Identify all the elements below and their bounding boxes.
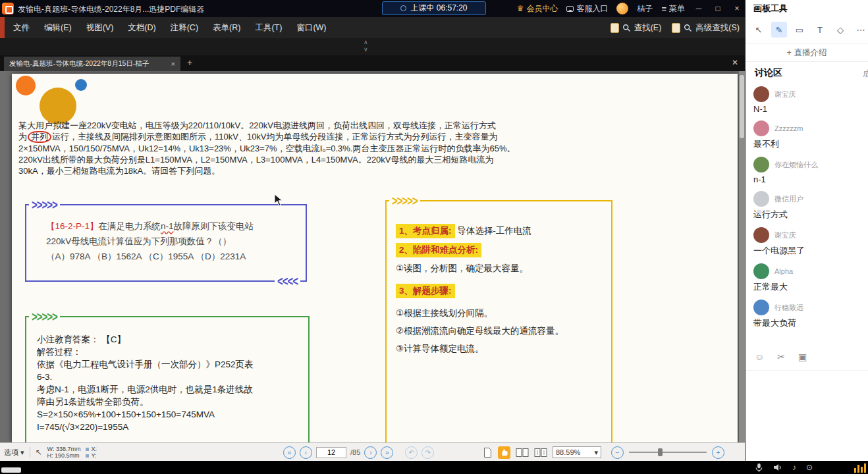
statusbar: 选项 ▾ ↖ W: 338.7mm H: 190.5mm X: Y: « ‹ / <box>0 442 745 461</box>
scissors-icon[interactable]: ✂ <box>777 352 785 362</box>
menu-tools[interactable]: 工具(T) <box>248 17 289 38</box>
last-page-button[interactable]: » <box>381 446 393 459</box>
avatar <box>753 120 769 136</box>
minimize-button[interactable]: ─ <box>693 4 704 13</box>
page-navigation: « ‹ /85 › » ↶ ↷ <box>283 443 434 461</box>
zoom-in-button[interactable]: + <box>712 446 724 459</box>
zoom-controls: − + <box>611 443 724 461</box>
user-avatar[interactable] <box>616 3 628 14</box>
intro-line-2-rest: 运行，主接线及间隔排列示意图如图所示，110kV、10kV均为单母线分段连接，正… <box>52 132 498 142</box>
tab-close-icon[interactable]: × <box>171 60 175 68</box>
pen-icon[interactable]: ✎ <box>771 22 787 38</box>
annotation-orange-dot <box>16 76 36 95</box>
answer-line-3: 依据《电力工程电气设计手册（一次部分）》P252页表 <box>37 358 302 371</box>
image-icon[interactable]: ▣ <box>798 352 807 362</box>
tab-members[interactable]: 成 <box>863 68 868 80</box>
pdf-editor-window: 发输电-真题班-导体电缆-2022年8月...迅捷PDF编辑器 上课中 06:5… <box>0 0 745 474</box>
cursor-position-readout: X: Y: <box>86 446 97 459</box>
zoom-slider[interactable] <box>629 452 707 453</box>
find-button[interactable]: 查找(E) <box>610 22 662 34</box>
close-button[interactable]: × <box>732 4 742 13</box>
prev-page-button[interactable]: ‹ <box>300 446 312 459</box>
menu-window[interactable]: 窗口(W) <box>289 17 333 38</box>
y-label: Y: <box>91 452 96 459</box>
page-number-input[interactable] <box>316 447 346 458</box>
scrollbar-thumb[interactable] <box>740 75 744 138</box>
drawing-tools-header: 画板工具 <box>746 0 868 17</box>
select-cursor-icon[interactable]: ↖ <box>751 22 767 38</box>
live-panel: 画板工具 ↖ ✎ ▭ T ◇ ⋯ + 直播介绍 讨论区 成 谢宝庆 N-1 <box>745 0 868 461</box>
document-tab[interactable]: 发输电-真题班-导体电缆-2022年8月15日-桔子 × <box>4 57 180 71</box>
options-dropdown[interactable]: 选项 ▾ <box>4 448 24 458</box>
menu-file[interactable]: 文件 <box>6 17 37 38</box>
customer-service-link[interactable]: 客服入口 <box>566 3 608 14</box>
app-menu-button[interactable]: ≡ 菜单 <box>661 3 685 14</box>
bottom-strip: ♪ ⊙ <box>0 461 868 474</box>
microphone-icon[interactable] <box>755 463 763 473</box>
intro-line-5: 30kA，最小三相短路电流为18kA。请回答下列问题。 <box>18 165 697 176</box>
tab-discussion[interactable]: 讨论区 <box>755 67 782 79</box>
magnifier-icon <box>684 24 692 32</box>
chat-user-name: 行稳致远 <box>774 303 803 313</box>
panel-tabs: 讨论区 成 <box>746 63 868 83</box>
question-box: >>>>> <<<< 【16-2-P-1】在满足电力系统n-1故障原则下该变电站… <box>25 204 307 282</box>
chat-user-name: Zzzzzzm <box>774 124 803 132</box>
record-icon[interactable]: ⊙ <box>806 463 813 472</box>
eraser-icon[interactable]: ◇ <box>832 22 848 38</box>
answer-options: （A）978A （B）1562A （C）1955A （D）2231A <box>46 249 299 264</box>
document-area: 某大用户拟建一座220kV变电站，电压等级为220/110/10kV。220kV… <box>0 71 745 442</box>
emoji-icon[interactable]: ☺ <box>755 352 764 362</box>
analysis-heading-3: 3、解题步骤: <box>396 284 603 298</box>
analysis-heading-2: 2、陷阱和难点分析: <box>396 243 603 257</box>
more-tools-icon[interactable]: ⋯ <box>853 22 868 38</box>
chat-input-area[interactable] <box>746 370 868 461</box>
next-page-button[interactable]: › <box>364 446 377 459</box>
new-tab-button[interactable]: + <box>187 57 192 68</box>
shape-rectangle-icon[interactable]: ▭ <box>792 22 807 38</box>
titlebar: 发输电-真题班-导体电缆-2022年8月...迅捷PDF编辑器 上课中 06:5… <box>0 0 745 17</box>
zoom-slider-thumb[interactable] <box>658 448 663 456</box>
x-label: X: <box>91 446 97 452</box>
speaker-icon[interactable] <box>773 463 782 471</box>
collapse-toolbar-button[interactable]: ∧∨ <box>364 39 368 53</box>
music-icon[interactable]: ♪ <box>792 463 796 472</box>
two-page-view-icon[interactable] <box>516 448 529 458</box>
chat-message-text: 带最大负荷 <box>753 317 860 329</box>
axis-x-icon <box>86 448 89 451</box>
menu-form[interactable]: 表单(R) <box>205 17 248 38</box>
member-center-link[interactable]: ♛ 会员中心 <box>517 3 558 14</box>
tabbar-close-button[interactable]: ✕ <box>732 58 738 67</box>
question-line-1: 【16-2-P-1】在满足电力系统n-1故障原则下该变电站 <box>46 219 299 234</box>
pointer-icon: ↖ <box>36 448 42 457</box>
highlight-label: 2、陷阱和难点分析: <box>396 243 481 257</box>
chevron-decoration-icon: >>>>> <box>29 198 60 211</box>
menu-view[interactable]: 视图(V) <box>79 17 121 38</box>
redo-view-button[interactable]: ↷ <box>421 446 434 459</box>
menubar: 文件 编辑(E) 视图(V) 文档(D) 注释(C) 表单(R) 工具(T) 窗… <box>0 17 745 38</box>
question-tag: 【16-2-P-1】 <box>46 221 99 231</box>
advanced-find-label: 高级查找(S) <box>695 22 740 34</box>
menu-comment[interactable]: 注释(C) <box>163 17 205 38</box>
continuous-view-icon[interactable] <box>534 448 547 458</box>
magnifier-icon <box>622 24 631 32</box>
advanced-find-button[interactable]: 高级查找(S) <box>672 22 740 34</box>
hand-tool-button[interactable] <box>498 446 510 459</box>
app-menu-label: 菜单 <box>669 3 685 14</box>
menu-document[interactable]: 文档(D) <box>121 17 163 38</box>
chat-message: 你在烦恼什么 n-1 <box>746 156 868 184</box>
zoom-out-button[interactable]: − <box>611 446 624 459</box>
answer-line-1: 小注教育答案： 【C】 <box>37 333 302 346</box>
zoom-select[interactable]: 88.59% ▾ <box>553 446 601 458</box>
single-page-view-icon[interactable] <box>483 447 493 458</box>
maximize-button[interactable]: □ <box>713 4 723 13</box>
menu-edit[interactable]: 编辑(E) <box>37 17 79 38</box>
page-size-readout: W: 338.7mm H: 190.5mm <box>47 446 81 459</box>
vertical-scrollbar[interactable] <box>739 71 745 442</box>
caret-down-icon: ▾ <box>20 448 24 457</box>
live-intro-button[interactable]: + 直播介绍 <box>746 43 868 62</box>
text-tool-icon[interactable]: T <box>812 22 828 38</box>
annotation-blue-dot <box>75 79 87 91</box>
chat-message: Alpha 正常最大 <box>746 263 868 293</box>
first-page-button[interactable]: « <box>283 446 296 459</box>
undo-view-button[interactable]: ↶ <box>405 446 418 459</box>
